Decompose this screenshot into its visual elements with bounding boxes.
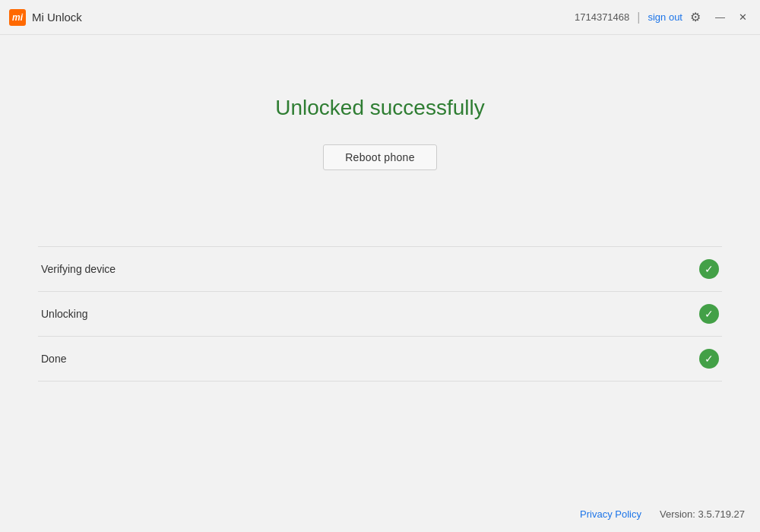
- minimize-button[interactable]: —: [711, 11, 729, 24]
- titlebar-left: mi Mi Unlock: [9, 9, 82, 26]
- step-label-unlocking: Unlocking: [41, 308, 87, 320]
- reboot-button[interactable]: Reboot phone: [323, 144, 437, 170]
- app-title: Mi Unlock: [32, 11, 82, 24]
- privacy-policy-link[interactable]: Privacy Policy: [580, 508, 641, 520]
- step-row-unlocking: Unlocking ✓: [38, 291, 722, 336]
- step-check-done: ✓: [699, 349, 719, 369]
- success-title: Unlocked successfully: [275, 96, 484, 120]
- titlebar: mi Mi Unlock 1714371468 | sign out ⚙ — ✕: [0, 0, 760, 35]
- step-row-verifying: Verifying device ✓: [38, 246, 722, 291]
- check-icon-unlocking: ✓: [705, 308, 714, 320]
- main-content: Unlocked successfully Reboot phone: [0, 35, 760, 170]
- steps-container: Verifying device ✓ Unlocking ✓ Done ✓: [38, 246, 722, 382]
- step-label-done: Done: [41, 353, 66, 365]
- gear-icon[interactable]: ⚙: [690, 10, 701, 24]
- check-icon-done: ✓: [705, 353, 714, 365]
- user-id: 1714371468: [575, 11, 629, 23]
- vertical-divider: |: [637, 11, 640, 24]
- footer: Privacy Policy Version: 3.5.719.27: [580, 508, 745, 520]
- version-text: Version: 3.5.719.27: [660, 508, 745, 520]
- mi-logo: mi: [9, 9, 26, 26]
- window-controls: — ✕: [711, 11, 751, 24]
- sign-out-link[interactable]: sign out: [648, 11, 682, 23]
- step-label-verifying: Verifying device: [41, 263, 116, 275]
- check-icon-verifying: ✓: [705, 263, 714, 275]
- step-check-verifying: ✓: [699, 259, 719, 279]
- titlebar-right: 1714371468 | sign out ⚙ — ✕: [575, 10, 751, 24]
- close-button[interactable]: ✕: [735, 11, 751, 24]
- step-row-done: Done ✓: [38, 336, 722, 382]
- step-check-unlocking: ✓: [699, 304, 719, 324]
